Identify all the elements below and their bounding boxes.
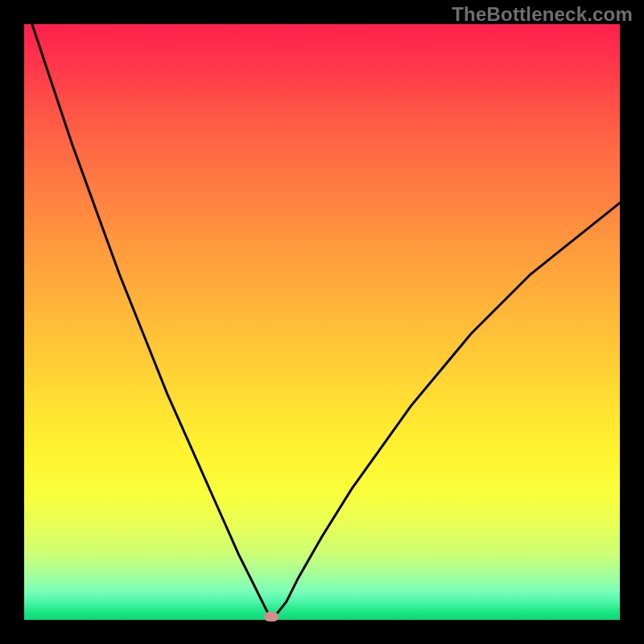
plot-area [24, 24, 620, 620]
chart-frame: TheBottleneck.com [0, 0, 644, 644]
curve-svg [24, 24, 620, 620]
watermark-text: TheBottleneck.com [452, 3, 633, 26]
minimum-marker [264, 612, 279, 621]
curve-path [24, 24, 620, 617]
